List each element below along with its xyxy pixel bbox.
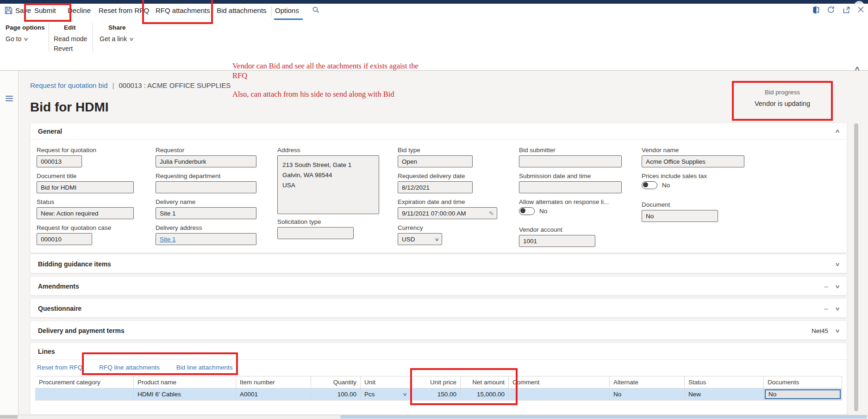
allow-alternates-toggle[interactable]	[519, 207, 535, 215]
chevron-down-icon[interactable]: ∨	[434, 237, 439, 242]
request-for-quotation-input[interactable]: 000013	[37, 155, 82, 167]
vendor-name-input[interactable]: Acme Office Supplies	[642, 155, 744, 167]
field-label: Requested delivery date	[398, 172, 473, 180]
solicitation-type-input[interactable]	[277, 227, 354, 239]
rfq-line-attachments-link[interactable]: RFQ line attachments	[99, 364, 160, 371]
request-for-quotation-case-input[interactable]: 000010	[37, 233, 92, 245]
get-a-link-menu[interactable]: Get a link ∨	[100, 35, 133, 43]
chevron-down-icon[interactable]: ∨	[402, 392, 407, 397]
currency-select[interactable]: USD ∨	[398, 233, 442, 245]
field-label: Submission date and time	[519, 172, 622, 180]
document-title-input[interactable]: Bid for HDMI	[37, 181, 134, 193]
refresh-icon[interactable]	[827, 6, 835, 14]
chevron-down-icon[interactable]: ∨	[835, 284, 840, 289]
column-header[interactable]: Documents	[763, 376, 842, 388]
column-header[interactable]: Quantity	[311, 376, 360, 388]
table-row[interactable]: HDMI 6' Cables A0001 100.00 Pcs ∨ 150.00…	[35, 388, 842, 401]
pencil-edit-icon[interactable]: ✎	[489, 210, 494, 217]
field-requested-delivery-date: Requested delivery date 8/12/2021	[398, 172, 473, 193]
prices-include-sales-tax-toggle[interactable]	[642, 181, 657, 189]
documents-focused-value[interactable]: No	[765, 389, 841, 399]
save-button[interactable]: Save	[5, 6, 31, 14]
section-delivery-and-payment-terms[interactable]: Delivery and payment terms Net45 ∨	[31, 321, 847, 340]
bid-submitter-input[interactable]	[519, 155, 622, 167]
general-section-header[interactable]: General ∧	[31, 123, 847, 140]
field-request-for-quotation-case: Request for quotation case 000010	[37, 224, 111, 245]
section-questionnaire[interactable]: Questionnaire -- ∨	[31, 299, 847, 318]
field-document-title: Document title Bid for HDMI	[37, 172, 134, 193]
submit-button[interactable]: Submit	[34, 6, 56, 14]
chevron-up-icon[interactable]: ∧	[835, 129, 840, 134]
chevron-down-icon[interactable]: ∨	[835, 328, 840, 333]
vendor-account-input[interactable]: 1001	[519, 235, 595, 247]
column-header[interactable]: Comment	[508, 376, 609, 388]
comment-cell[interactable]	[508, 388, 609, 400]
avatar[interactable]	[854, 1, 864, 4]
product-name-cell[interactable]: HDMI 6' Cables	[133, 388, 236, 400]
chevron-down-icon[interactable]: ∨	[835, 262, 840, 267]
read-mode-label: Read mode	[54, 35, 87, 43]
chevron-down-icon: ∨	[23, 37, 29, 42]
field-address: Address 213 South Street, Gate 1 Galvin,…	[277, 146, 379, 214]
submission-date-time-input[interactable]	[519, 181, 622, 193]
column-header[interactable]: Unit price	[410, 376, 460, 388]
chevron-down-icon[interactable]: ∨	[835, 306, 840, 311]
column-header[interactable]: Procurement category	[35, 376, 133, 388]
document-input[interactable]: No	[642, 210, 718, 222]
status-input[interactable]: New: Action required	[37, 207, 134, 219]
column-header[interactable]: Alternate	[609, 376, 684, 388]
dynamics-app-icon[interactable]	[812, 6, 820, 14]
breadcrumb-link[interactable]: Request for quotation bid	[30, 81, 108, 89]
close-icon[interactable]	[857, 6, 864, 13]
documents-cell[interactable]: No	[763, 388, 842, 400]
requesting-department-input[interactable]	[156, 181, 256, 193]
reset-from-rfq-button[interactable]: Reset from RFQ	[99, 6, 149, 14]
procurement-category-cell[interactable]	[35, 388, 133, 400]
requested-delivery-date-input[interactable]: 8/12/2021	[398, 181, 473, 193]
column-header[interactable]: Net amount	[460, 376, 508, 388]
field-allow-alternates: Allow alternates on response li... No	[519, 198, 609, 215]
unit-price-cell[interactable]: 150.00	[410, 388, 460, 400]
net-amount-cell[interactable]: 15,000.00	[460, 388, 508, 400]
alternate-cell[interactable]: No	[609, 388, 684, 400]
horizontal-scrollbar[interactable]	[340, 415, 867, 419]
reset-from-rfq-line-link[interactable]: Reset from RFQ	[37, 364, 82, 371]
column-header[interactable]: Unit	[360, 376, 410, 388]
hamburger-menu-icon[interactable]	[6, 96, 13, 101]
vertical-scrollbar[interactable]	[854, 123, 858, 411]
requestor-input[interactable]: Julia Funderburk	[156, 155, 256, 167]
delivery-address-input[interactable]: Site 1	[156, 233, 256, 245]
field-label: Delivery name	[156, 198, 256, 206]
section-amendments[interactable]: Amendments -- ∨	[31, 277, 847, 296]
section-bidding-guidance-items[interactable]: Bidding guidance items ∨	[31, 254, 847, 274]
column-header[interactable]: Item number	[236, 376, 311, 388]
open-in-new-window-icon[interactable]	[843, 6, 850, 14]
go-to-menu[interactable]: Go to ∨	[6, 35, 28, 43]
bid-attachments-button[interactable]: Bid attachments	[217, 6, 267, 14]
read-mode-button[interactable]: Read mode	[54, 35, 87, 43]
quantity-cell[interactable]: 100.00	[311, 388, 360, 400]
bid-line-attachments-link[interactable]: Bid line attachments	[176, 364, 233, 371]
field-label: Vendor account	[519, 226, 595, 234]
status-cell[interactable]: New	[684, 388, 763, 400]
delivery-name-input[interactable]: Site 1	[156, 207, 256, 219]
item-number-cell[interactable]: A0001	[236, 388, 311, 400]
expiration-date-time-value: 9/11/2021 07:00:00 AM	[402, 210, 466, 217]
delivery-address-link[interactable]: Site 1	[160, 236, 176, 243]
annotation-note-1-line-2: RFQ	[232, 71, 247, 80]
field-vendor-name: Vendor name Acme Office Supplies	[642, 146, 744, 167]
revert-button[interactable]: Revert	[54, 45, 73, 52]
save-label: Save	[15, 6, 31, 14]
unit-cell[interactable]: Pcs ∨	[360, 388, 410, 400]
rfq-attachments-button[interactable]: RFQ attachments	[156, 6, 210, 14]
bid-type-input[interactable]: Open	[398, 155, 473, 167]
expiration-date-time-input[interactable]: 9/11/2021 07:00:00 AM ✎	[398, 207, 497, 219]
decline-button[interactable]: Decline	[68, 6, 91, 14]
options-tab[interactable]: Options	[275, 6, 299, 14]
column-header[interactable]: Product name	[133, 376, 236, 388]
horizontal-scrollbar-stub	[0, 415, 18, 419]
column-header[interactable]: Status	[684, 376, 763, 388]
field-vendor-account: Vendor account 1001	[519, 226, 595, 247]
address-textarea[interactable]: 213 South Street, Gate 1 Galvin, WA 9854…	[277, 155, 379, 214]
search-icon[interactable]	[312, 6, 319, 13]
